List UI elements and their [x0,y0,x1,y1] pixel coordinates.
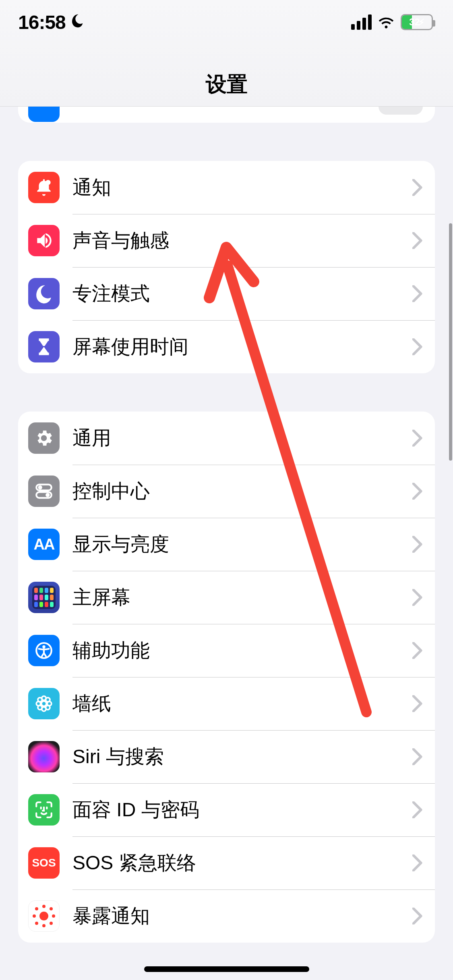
svg-point-2 [38,485,42,489]
svg-point-13 [46,698,50,702]
row-label: 声音与触感 [72,228,412,253]
page-title: 设置 [0,70,453,99]
svg-point-14 [38,706,42,710]
sos-glyph: SOS [32,856,56,869]
row-label: SOS 紧急联络 [72,850,412,876]
status-left: 16:58 [18,11,86,33]
row-general[interactable]: 通用 [18,412,435,465]
svg-point-0 [46,180,51,185]
partial-row[interactable] [18,107,435,123]
sos-icon: SOS [28,847,60,879]
faceid-icon [28,794,60,826]
home-screen-icon [28,582,60,613]
svg-point-7 [41,701,47,706]
settings-group-general: 通用 控制中心 AA 显示与亮度 主屏幕 [18,412,435,943]
row-notifications[interactable]: 通知 [18,161,435,214]
general-icon [28,422,60,454]
status-time: 16:58 [18,11,66,33]
screentime-icon [28,331,60,362]
display-icon: AA [28,529,60,560]
svg-point-6 [42,645,46,649]
battery-percent: 32⚡︎ [402,16,432,28]
chevron-right-icon [412,908,423,924]
siri-icon [28,741,60,772]
do-not-disturb-icon [70,11,86,33]
chevron-right-icon [412,232,423,249]
row-accessibility[interactable]: 辅助功能 [18,624,435,677]
svg-point-4 [46,493,50,497]
accessibility-icon [28,635,60,666]
chevron-right-icon [412,430,423,447]
cellular-signal-icon [351,14,372,30]
chevron-right-icon [412,695,423,712]
row-label: 通知 [72,175,412,200]
chevron-right-icon [412,338,423,355]
svg-point-15 [46,706,50,710]
battery-icon: 32⚡︎ [401,14,433,30]
wifi-icon [377,13,395,31]
row-wallpaper[interactable]: 墙纸 [18,677,435,730]
row-label: 面容 ID 与密码 [72,797,412,823]
row-home-screen[interactable]: 主屏幕 [18,571,435,624]
row-faceid[interactable]: 面容 ID 与密码 [18,783,435,836]
row-label: 暴露通知 [72,903,412,929]
control-center-icon [28,476,60,507]
chevron-right-icon [412,748,423,765]
status-right: 32⚡︎ [351,13,433,31]
display-aa-glyph: AA [34,536,54,553]
row-label: 专注模式 [72,281,412,307]
home-indicator[interactable] [144,966,309,972]
chevron-right-icon [412,854,423,871]
row-label: 辅助功能 [72,638,412,663]
settings-scroll-body[interactable]: 通知 声音与触感 专注模式 屏幕使用时间 [0,107,453,980]
status-bar: 16:58 32⚡︎ [0,0,453,44]
row-exposure[interactable]: 暴露通知 [18,889,435,943]
row-display[interactable]: AA 显示与亮度 [18,518,435,571]
row-sounds[interactable]: 声音与触感 [18,214,435,267]
row-siri[interactable]: Siri 与搜索 [18,730,435,783]
row-label: 控制中心 [72,478,412,504]
chevron-right-icon [412,642,423,659]
chevron-right-icon [412,801,423,818]
row-label: 主屏幕 [72,585,412,610]
sounds-icon [28,225,60,256]
svg-point-12 [38,698,42,702]
partial-icon [28,107,60,122]
settings-screen: 16:58 32⚡︎ 设置 [0,0,453,980]
row-label: 墙纸 [72,691,412,716]
toggle-off[interactable] [379,107,423,115]
chevron-right-icon [412,589,423,606]
notifications-icon [28,172,60,203]
chevron-right-icon [412,179,423,196]
row-screentime[interactable]: 屏幕使用时间 [18,320,435,373]
chevron-right-icon [412,285,423,302]
scroll-indicator[interactable] [449,223,452,461]
row-label: 通用 [72,425,412,451]
chevron-right-icon [412,483,423,500]
row-label: 显示与亮度 [72,531,412,557]
row-sos[interactable]: SOS SOS 紧急联络 [18,836,435,889]
settings-group-attention: 通知 声音与触感 专注模式 屏幕使用时间 [18,161,435,373]
focus-icon [28,278,60,309]
row-label: Siri 与搜索 [72,744,412,770]
row-focus[interactable]: 专注模式 [18,267,435,320]
exposure-icon [28,900,60,932]
chevron-right-icon [412,536,423,553]
row-control-center[interactable]: 控制中心 [18,465,435,518]
wallpaper-icon [28,688,60,719]
charging-bolt-icon: ⚡︎ [418,17,424,27]
row-label: 屏幕使用时间 [72,334,412,360]
